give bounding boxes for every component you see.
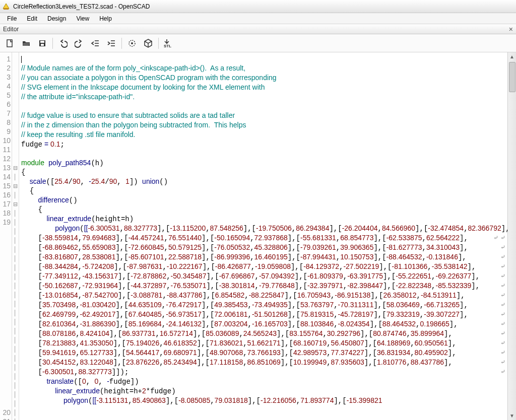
vertical-scrollbar[interactable]: ▲ ▼ bbox=[507, 52, 516, 420]
fold-column[interactable]: ⊟│⊟│⊟│││││││││││││││││││││││││ bbox=[12, 52, 19, 420]
undo-button[interactable] bbox=[56, 36, 70, 50]
open-file-button[interactable] bbox=[19, 36, 33, 50]
render-button[interactable] bbox=[141, 36, 155, 50]
line-number-gutter: 12345678910111213141516171819 202122 bbox=[0, 52, 12, 420]
window-title: CircleReflection3Levels_TEST2.scad - Ope… bbox=[13, 3, 150, 10]
scroll-up-icon[interactable]: ▲ bbox=[508, 52, 516, 61]
editor-panel-title: Editor bbox=[3, 26, 19, 33]
menu-bar: File Edit Design View Help bbox=[0, 13, 516, 24]
code-area[interactable]: // Module names are of the form poly_<in… bbox=[19, 52, 507, 420]
svg-marker-0 bbox=[3, 4, 9, 9]
new-file-button[interactable] bbox=[3, 36, 17, 50]
menu-edit[interactable]: Edit bbox=[22, 14, 42, 23]
scroll-down-icon[interactable]: ▼ bbox=[508, 411, 516, 420]
svg-point-13 bbox=[131, 42, 133, 44]
toolbar-separator bbox=[158, 38, 159, 49]
svg-rect-5 bbox=[41, 44, 44, 46]
svg-rect-4 bbox=[40, 41, 44, 43]
svg-rect-2 bbox=[7, 40, 12, 47]
close-icon[interactable]: × bbox=[509, 25, 513, 33]
menu-design[interactable]: Design bbox=[42, 14, 71, 23]
svg-text:STL: STL bbox=[164, 44, 171, 48]
export-stl-button[interactable]: STL bbox=[162, 36, 176, 50]
unindent-button[interactable] bbox=[88, 36, 102, 50]
app-icon bbox=[2, 3, 10, 11]
scrollbar-track[interactable] bbox=[508, 61, 516, 411]
toolbar-separator bbox=[121, 38, 122, 49]
menu-view[interactable]: View bbox=[71, 14, 94, 23]
scrollbar-thumb[interactable] bbox=[509, 62, 515, 92]
title-bar: CircleReflection3Levels_TEST2.scad - Ope… bbox=[0, 0, 516, 13]
indent-button[interactable] bbox=[104, 36, 118, 50]
svg-rect-1 bbox=[4, 8, 9, 10]
editor-panel-header: Editor × bbox=[0, 24, 516, 34]
preview-button[interactable] bbox=[125, 36, 139, 50]
toolbar-separator bbox=[52, 38, 53, 49]
redo-button[interactable] bbox=[72, 36, 86, 50]
menu-help[interactable]: Help bbox=[94, 14, 117, 23]
code-editor[interactable]: 12345678910111213141516171819 202122 ⊟│⊟… bbox=[0, 52, 516, 420]
menu-file[interactable]: File bbox=[2, 14, 22, 23]
toolbar: STL bbox=[0, 34, 516, 52]
save-file-button[interactable] bbox=[35, 36, 49, 50]
